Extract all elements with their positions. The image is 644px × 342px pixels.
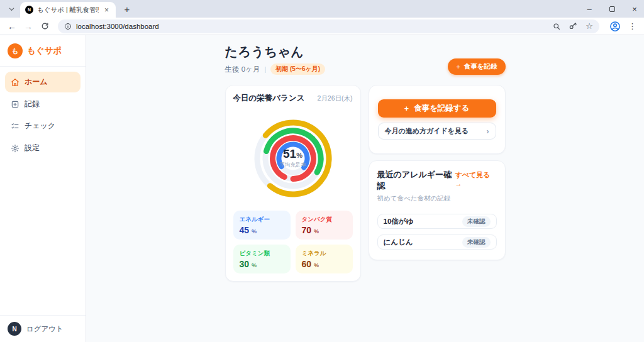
sidebar-item-label: 記録	[25, 99, 40, 109]
chevron-right-icon: ›	[487, 127, 489, 136]
separator: |	[264, 65, 266, 73]
status-badge: 未確認	[462, 237, 491, 248]
dashboard-main: たろうちゃん 生後 0ヶ月 | 初期 (5〜6ヶ月) + 食事を記録 今日の栄	[86, 35, 644, 342]
plus-icon: +	[404, 104, 409, 113]
sidebar-item-check[interactable]: チェック	[5, 116, 80, 136]
site-info-icon[interactable]	[64, 23, 72, 30]
average-value: 51%	[283, 148, 303, 160]
profile-avatar-icon[interactable]	[609, 21, 621, 32]
nutrient-value: 60 %	[302, 259, 347, 269]
browser-toolbar: ← → localhost:3000/dashboard ☆ ⋮	[0, 18, 644, 35]
forward-button: →	[21, 19, 35, 33]
allergy-card-subtitle: 初めて食べた食材の記録	[377, 194, 455, 203]
nutrient-chip-mineral: ミネラル 60 %	[296, 245, 353, 273]
tab-search-chevron-icon[interactable]	[4, 1, 19, 16]
sidebar-item-label: 設定	[25, 143, 40, 153]
nutrition-ring-chart: 51% 平均充足率	[246, 111, 340, 206]
checklist-icon	[11, 122, 19, 131]
allergy-list-item[interactable]: 10倍がゆ 未確認	[377, 214, 497, 229]
browser-menu-kebab-icon[interactable]: ⋮	[628, 21, 636, 31]
window-close-button[interactable]: ×	[630, 4, 639, 13]
nutrient-chip-energy: エネルギー 45 %	[233, 211, 291, 240]
sidebar-item-label: ホーム	[25, 77, 48, 87]
plus-icon: +	[456, 63, 460, 70]
sidebar-item-settings[interactable]: 設定	[5, 138, 80, 158]
stage-badge: 初期 (5〜6ヶ月)	[270, 63, 325, 75]
record-meal-button-small[interactable]: + 食事を記録	[448, 58, 505, 75]
nutrient-chip-vitamin: ビタミン類 30 %	[233, 245, 291, 273]
window-restore-button[interactable]	[608, 4, 616, 13]
allergy-card-title: 最近のアレルギー確認	[377, 169, 455, 192]
nutrient-value: 30 %	[240, 259, 284, 269]
favicon-icon: N	[25, 6, 33, 14]
zoom-icon[interactable]	[553, 23, 560, 30]
logout-button[interactable]: N ログアウト	[0, 315, 86, 342]
allergy-check-card: 最近のアレルギー確認 初めて食べた食材の記録 すべて見る → 10倍がゆ 未確認	[369, 160, 506, 260]
logout-label: ログアウト	[26, 324, 64, 334]
sidebar-item-label: チェック	[25, 121, 55, 131]
card-date: 2月26日(木)	[317, 94, 352, 103]
page-title: たろうちゃん	[225, 43, 326, 60]
address-bar[interactable]: localhost:3000/dashboard ☆	[58, 19, 599, 33]
see-all-link[interactable]: すべて見る →	[455, 170, 496, 187]
card-title: 今日の栄養バランス	[233, 93, 305, 104]
reload-button[interactable]	[38, 19, 52, 33]
quick-actions-card: + 食事を記録する 今月の進め方ガイドを見る ›	[369, 85, 506, 154]
record-meal-button-large[interactable]: + 食事を記録する	[378, 99, 496, 118]
sidebar-item-home[interactable]: ホーム	[5, 72, 80, 92]
app-name: もぐサポ	[27, 45, 62, 57]
tab-close-icon[interactable]: ×	[103, 6, 111, 14]
monthly-guide-button[interactable]: 今月の進め方ガイドを見る ›	[378, 123, 496, 140]
nutrition-balance-card: 今日の栄養バランス 2月26日(木) 51% 平均充足率 エネルギー 4	[225, 85, 361, 282]
nutrient-value: 70 %	[302, 225, 347, 235]
logo-icon: も	[8, 43, 23, 58]
status-badge: 未確認	[462, 216, 491, 227]
plus-square-icon	[11, 100, 19, 109]
sidebar: も もぐサポ ホーム 記録 チェック	[0, 35, 86, 342]
user-avatar: N	[8, 322, 21, 336]
password-key-icon[interactable]	[569, 22, 577, 31]
app-logo[interactable]: も もぐサポ	[0, 35, 86, 67]
tab-title: もぐサポ | 離乳食管理アプリ	[37, 6, 99, 14]
gear-icon	[11, 144, 19, 153]
home-icon	[11, 78, 19, 87]
sidebar-item-records[interactable]: 記録	[5, 94, 80, 114]
new-tab-button[interactable]: +	[119, 1, 135, 16]
window-minimize-button[interactable]: –	[585, 4, 594, 13]
average-label: 平均充足率	[279, 162, 306, 169]
nutrient-chip-protein: タンパク質 70 %	[296, 211, 353, 240]
nutrient-value: 45 %	[240, 225, 284, 235]
child-age: 生後 0ヶ月	[225, 65, 260, 74]
url-text[interactable]: localhost:3000/dashboard	[76, 23, 548, 30]
bookmark-star-icon[interactable]: ☆	[586, 21, 593, 31]
allergy-list-item[interactable]: にんじん 未確認	[377, 234, 497, 250]
browser-tab[interactable]: N もぐサポ | 離乳食管理アプリ ×	[20, 2, 116, 18]
browser-tab-strip: N もぐサポ | 離乳食管理アプリ × + – ×	[0, 0, 644, 18]
back-button[interactable]: ←	[5, 19, 19, 33]
